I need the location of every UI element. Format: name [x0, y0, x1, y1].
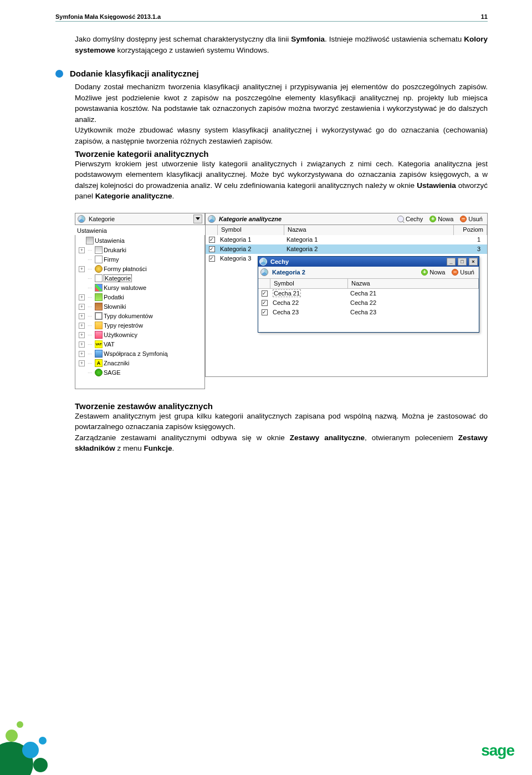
tree-item-slowniki[interactable]: +⋯Słowniki: [76, 302, 204, 312]
expand-icon[interactable]: +: [79, 332, 85, 338]
checkbox[interactable]: ✓: [262, 290, 268, 297]
expand-icon[interactable]: +: [79, 247, 85, 253]
panel-title: Kategorie analityczne: [218, 216, 393, 222]
dropdown-button[interactable]: [193, 215, 202, 223]
col-nazwa[interactable]: Nazwa: [284, 225, 454, 235]
checkbox[interactable]: ✓: [209, 237, 215, 243]
expand-icon[interactable]: +: [79, 351, 85, 357]
expand-icon[interactable]: +: [79, 294, 85, 300]
bullet-icon: [55, 70, 63, 78]
folder-icon: [95, 322, 103, 329]
col-symbol[interactable]: Symbol: [218, 225, 284, 235]
window-title: Cechy: [269, 258, 444, 265]
section-heading-klasyfikacja: Dodanie klasyfikacji analitycznej: [70, 69, 199, 78]
checkbox[interactable]: ✓: [262, 309, 268, 315]
col-symbol[interactable]: Symbol: [270, 279, 348, 288]
left-pane: Kategorie Ustawienia Ustawienia +⋯Drukar…: [75, 213, 205, 389]
tree-item-wspolpraca[interactable]: +⋯Współpraca z Symfonią: [76, 349, 204, 359]
expand-icon[interactable]: +: [79, 313, 85, 319]
checkbox[interactable]: ✓: [209, 256, 215, 262]
settings-tree: Ustawienia +⋯Drukarki ⋯Firmy +⋯Formy pła…: [75, 235, 205, 389]
printer-icon: [95, 246, 103, 254]
doc-icon: [95, 256, 103, 263]
expand-icon[interactable]: +: [79, 266, 85, 272]
doc-title: Symfonia Mała Księgowość 2013.1.a: [55, 13, 161, 20]
cell-nazwa: Kategoria 1: [284, 236, 454, 243]
tree-item-vat[interactable]: +⋯VATVAT: [76, 340, 204, 349]
tree-item-sage[interactable]: ⋯SAGE: [76, 368, 204, 378]
expand-icon[interactable]: +: [79, 360, 85, 366]
maximize-button[interactable]: □: [458, 258, 467, 266]
tree-item-firmy[interactable]: ⋯Firmy: [76, 255, 204, 264]
minus-icon: −: [452, 269, 458, 276]
tree-item-formy[interactable]: +⋯Formy płatności: [76, 264, 204, 274]
column-header: Symbol Nazwa Poziom: [205, 225, 488, 235]
table-row[interactable]: ✓Cecha 22Cecha 22: [258, 298, 479, 308]
window-column-header: Symbol Nazwa: [258, 279, 479, 289]
tree-item-typydok[interactable]: +⋯Typy dokumentów: [76, 312, 204, 321]
book-icon: [95, 303, 103, 310]
app-screenshot: Kategorie Ustawienia Ustawienia +⋯Drukar…: [75, 213, 488, 385]
close-button[interactable]: ×: [469, 258, 478, 266]
col-poziom[interactable]: Poziom: [454, 225, 487, 235]
money-icon: [95, 293, 103, 301]
cechy-button[interactable]: Cechy: [395, 214, 425, 224]
cell-symbol: Kategoria 1: [218, 236, 284, 243]
window-category-label: Kategoria 2: [270, 269, 417, 276]
tree-item-ustawienia[interactable]: Ustawienia: [76, 236, 204, 246]
tree-item-uzytkownicy[interactable]: +⋯Użytkownicy: [76, 330, 204, 340]
checkbox[interactable]: ✓: [262, 300, 268, 306]
expand-icon[interactable]: +: [79, 304, 85, 310]
category-selector[interactable]: Kategorie: [75, 213, 205, 225]
minimize-button[interactable]: _: [447, 258, 456, 266]
nowa-button[interactable]: +Nowa: [427, 214, 456, 224]
tree-item-drukarki[interactable]: +⋯Drukarki: [76, 246, 204, 255]
col-nazwa[interactable]: Nazwa: [348, 279, 479, 288]
para-tworzenie-kategorii: Pierwszym krokiem jest utworzenie listy …: [75, 159, 488, 202]
sync-icon: [95, 350, 103, 358]
para-klasyfikacja-1: Dodany został mechanizm tworzenia klasyf…: [75, 81, 488, 125]
tree-item-znaczniki[interactable]: +⋯AZnaczniki: [76, 359, 204, 368]
intro-paragraph: Jako domyślny dostępny jest schemat char…: [75, 34, 488, 55]
table-row[interactable]: ✓Kategoria 1Kategoria 11: [206, 235, 487, 244]
cell-poziom: 3: [454, 246, 487, 252]
cell-symbol: Kategoria 2: [218, 246, 284, 252]
chevron-down-icon: [196, 217, 200, 220]
marker-icon: A: [95, 359, 103, 367]
expand-icon[interactable]: +: [79, 341, 85, 348]
coins-icon: [95, 265, 103, 273]
grid-icon: [95, 312, 103, 320]
cell-nazwa: Kategoria 2: [284, 246, 454, 252]
pie-icon: [78, 215, 85, 223]
tree-item-podatki[interactable]: +⋯Podatki: [76, 293, 204, 302]
cell-nazwa: Cecha 23: [348, 309, 479, 315]
subheading-tworzenie-kategorii: Tworzenie kategorii analitycznych: [75, 149, 488, 159]
table-row[interactable]: ✓Kategoria 2Kategoria 23: [206, 244, 487, 254]
users-icon: [95, 331, 103, 339]
minus-icon: −: [460, 216, 467, 222]
window-titlebar[interactable]: Cechy _ □ ×: [258, 257, 479, 267]
category-icon: [95, 274, 103, 282]
pie-icon: [260, 268, 268, 276]
window-toolbar: Kategoria 2 +Nowa −Usuń: [258, 267, 479, 279]
vat-icon: VAT: [95, 340, 103, 348]
table-row[interactable]: ✓Cecha 23Cecha 23: [258, 308, 479, 317]
usun-button[interactable]: −Usuń: [458, 214, 485, 224]
checkbox[interactable]: ✓: [209, 246, 215, 252]
wrench-icon: [86, 237, 94, 244]
expand-icon[interactable]: +: [79, 323, 85, 329]
chart-icon: [95, 284, 103, 292]
tree-item-kategorie[interactable]: ⋯Kategorie: [76, 274, 204, 283]
cell-symbol: Cecha 21: [270, 290, 348, 297]
search-icon: [397, 216, 404, 222]
tree-item-kursy[interactable]: ⋯Kursy walutowe: [76, 283, 204, 293]
sage-icon: [95, 369, 103, 376]
tree-item-typyrej[interactable]: +⋯Typy rejestrów: [76, 321, 204, 330]
page-number: 11: [481, 13, 488, 20]
nowa-button[interactable]: +Nowa: [419, 267, 447, 277]
pie-icon: [259, 258, 267, 266]
usun-button[interactable]: −Usuń: [449, 267, 477, 277]
cell-nazwa: Cecha 22: [348, 299, 479, 306]
table-row[interactable]: ✓Cecha 21Cecha 21: [258, 289, 479, 298]
panel-titlebar: Kategorie analityczne Cechy +Nowa −Usuń: [205, 213, 488, 225]
